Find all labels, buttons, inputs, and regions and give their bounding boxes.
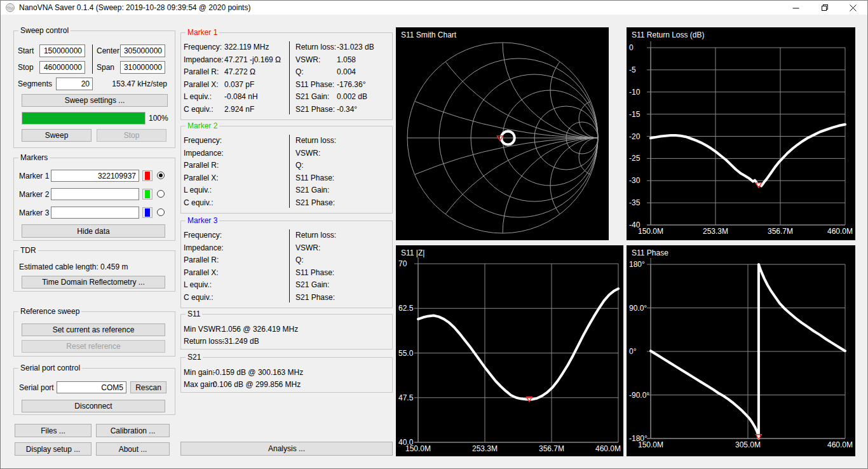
tdr-group: TDR Estimated cable length: 0.459 m Time… xyxy=(13,250,175,292)
field-value: 0.106 dB @ 299.856 MHz xyxy=(213,380,301,389)
y-tick-label: 70 xyxy=(398,259,407,268)
reactance-arc xyxy=(503,138,609,240)
s21-summary-group: S21 Min gain:-0.159 dB @ 300.163 MHz Max… xyxy=(180,357,393,393)
progress-percent-label: 100% xyxy=(149,114,168,123)
field-label: C equiv.: xyxy=(184,293,213,302)
z-magnitude-chart: 150.0M253.3M356.7M460.0M7062.555.047.540… xyxy=(396,245,623,456)
reference-sweep-group: Reference sweep Set current as reference… xyxy=(13,311,175,357)
marker1-frequency-input[interactable] xyxy=(51,170,139,182)
field-value: 0.037 pF xyxy=(224,80,254,90)
field-label: Return loss: xyxy=(184,337,222,346)
phase-chart-panel[interactable]: 150.0M305.0M460.0M180°90.0°0°-90.0°-180°… xyxy=(627,245,855,456)
sweep-divider xyxy=(92,44,93,74)
tdr-button[interactable]: Time Domain Reflectometry ... xyxy=(22,276,165,289)
center-label: Center xyxy=(97,46,119,55)
marker3-frequency-input[interactable] xyxy=(51,207,139,219)
span-label: Span xyxy=(97,63,114,72)
x-tick-label: 253.3M xyxy=(472,444,498,453)
z-magnitude-chart-panel[interactable]: 150.0M253.3M356.7M460.0M7062.555.047.540… xyxy=(396,245,623,456)
marker3-color-button[interactable] xyxy=(142,207,153,218)
serial-port-input[interactable] xyxy=(57,381,126,393)
field-label: C equiv.: xyxy=(184,105,213,114)
stop-button[interactable]: Stop xyxy=(97,129,166,142)
reference-sweep-title: Reference sweep xyxy=(18,307,81,316)
field-label: Parallel R: xyxy=(184,255,219,265)
restore-button[interactable] xyxy=(810,1,839,15)
y-tick-label: 40.0 xyxy=(398,438,414,447)
reactance-arc xyxy=(396,27,609,138)
marker2-frequency-input[interactable] xyxy=(51,188,139,200)
marker2-color-button[interactable] xyxy=(142,189,153,200)
field-value: 1.058 xyxy=(337,55,356,65)
window-controls xyxy=(782,1,867,15)
serial-port-title: Serial port control xyxy=(18,364,82,372)
field-label: Parallel X: xyxy=(184,173,219,183)
field-value: -176.36° xyxy=(337,80,366,90)
field-label: Parallel X: xyxy=(184,80,219,90)
field-label: Impedance: xyxy=(184,243,224,253)
marker3-data-group: Marker 3 Frequency:Return loss: Impedanc… xyxy=(180,221,393,308)
analysis-button[interactable]: Analysis ... xyxy=(180,442,393,456)
field-label: Parallel R: xyxy=(184,161,219,170)
marker1-radio[interactable] xyxy=(157,172,165,179)
field-label: Return loss: xyxy=(295,43,336,52)
x-tick-label: 356.7M xyxy=(768,227,793,236)
marker3-radio[interactable] xyxy=(157,208,165,216)
field-value: 322.119 MHz xyxy=(224,43,269,52)
display-setup-button[interactable]: Display setup ... xyxy=(15,442,92,456)
marker2-label: Marker 2 xyxy=(19,190,49,199)
field-label: Min gain: xyxy=(184,368,213,377)
field-value: 0.004 xyxy=(337,67,356,77)
field-label: S21 Phase: xyxy=(295,105,335,114)
chart-title: S11 |Z| xyxy=(401,248,424,257)
field-label: Q: xyxy=(295,67,304,77)
chart-title: S11 Phase xyxy=(632,248,668,257)
about-button[interactable]: About ... xyxy=(96,442,170,456)
y-tick-label: -30 xyxy=(629,176,641,185)
y-tick-label: -20 xyxy=(629,132,641,141)
marker2-color-swatch xyxy=(145,190,150,198)
marker3-data-title: Marker 3 xyxy=(186,216,219,225)
x-tick-label: 460.0M xyxy=(827,227,853,236)
sweep-settings-button[interactable]: Sweep settings ... xyxy=(22,94,168,107)
field-label: S11 Phase: xyxy=(295,268,334,278)
y-tick-label: -5 xyxy=(629,65,636,74)
cable-length-label: Estimated cable length: 0.459 m xyxy=(19,262,128,271)
set-reference-button[interactable]: Set current as reference xyxy=(22,323,165,336)
markers-title: Markers xyxy=(18,153,50,162)
app-icon xyxy=(5,3,15,13)
close-button[interactable] xyxy=(839,1,867,15)
start-frequency-input[interactable] xyxy=(39,44,85,57)
y-tick-label: -10 xyxy=(629,88,641,97)
disconnect-button[interactable]: Disconnect xyxy=(22,400,165,412)
marker1-label: Marker 1 xyxy=(19,172,49,180)
stop-frequency-input[interactable] xyxy=(39,61,85,74)
return-loss-chart-panel[interactable]: 150.0M253.3M356.7M460.0M0-5-10-15-20-25-… xyxy=(627,27,855,240)
reset-reference-button[interactable]: Reset reference xyxy=(22,340,165,353)
segments-input[interactable] xyxy=(56,78,93,90)
field-label: Frequency: xyxy=(184,231,222,240)
title-bar: NanoVNA Saver 0.1.4 (Sweep: 2019-10-28 0… xyxy=(1,1,867,15)
field-label: VSWR: xyxy=(295,55,320,65)
field-value: -31.249 dB xyxy=(222,337,259,346)
field-label: Frequency: xyxy=(184,43,222,52)
marker1-color-button[interactable] xyxy=(142,170,153,181)
minimize-button[interactable] xyxy=(782,1,810,15)
field-label: C equiv.: xyxy=(184,198,213,208)
hide-data-button[interactable]: Hide data xyxy=(22,224,165,238)
files-button[interactable]: Files ... xyxy=(15,424,92,437)
span-frequency-input[interactable] xyxy=(120,61,165,74)
smith-chart-panel[interactable]: S11 Smith Chart xyxy=(396,27,609,240)
y-tick-label: 0° xyxy=(629,347,637,356)
rescan-button[interactable]: Rescan xyxy=(130,381,166,393)
marker2-radio[interactable] xyxy=(157,190,165,198)
marker1-data-group: Marker 1 Frequency:322.119 MHzReturn los… xyxy=(180,32,393,120)
sweep-button[interactable]: Sweep xyxy=(22,129,92,142)
field-label: Frequency: xyxy=(184,136,222,146)
calibration-button[interactable]: Calibration ... xyxy=(96,424,170,437)
field-label: S21 Gain: xyxy=(295,186,329,195)
marker3-label: Marker 3 xyxy=(19,208,49,217)
field-label: L equiv.: xyxy=(184,186,212,195)
field-label: Q: xyxy=(295,255,304,265)
center-frequency-input[interactable] xyxy=(120,44,165,57)
